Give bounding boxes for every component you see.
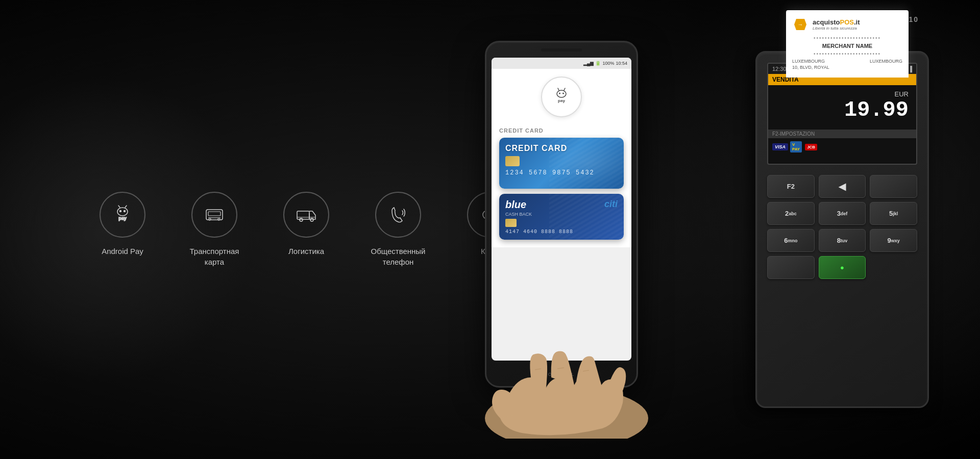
svg-point-0: [117, 208, 128, 216]
pos-amount-area: EUR 19.99: [768, 85, 916, 128]
android-pay-icon: pay: [111, 203, 134, 226]
features-section: pay Android Pay Транспортная карта: [92, 192, 521, 267]
svg-line-26: [564, 88, 565, 90]
transport-icon: [203, 203, 226, 226]
hand-holding-phone: [459, 275, 674, 439]
pos-key-2[interactable]: 2abc: [767, 202, 815, 225]
receipt-address: LUXEMBOURG LUXEMBOURG: [792, 59, 902, 64]
svg-text:→: →: [798, 21, 803, 28]
card2-chip: [505, 219, 517, 227]
svg-text:pay: pay: [558, 98, 565, 103]
pos-time: 12:30: [772, 66, 787, 72]
pos-key-9[interactable]: 9wxy: [870, 229, 917, 252]
vpay-logo: VPAY: [790, 141, 802, 152]
card2-bank: citi: [604, 199, 618, 210]
android-pay-section: pay: [499, 76, 624, 117]
credit-card-section-label: CREDIT CARD: [499, 128, 624, 134]
pos-amount: 19.99: [776, 98, 909, 122]
phone-top-notch: [541, 48, 582, 52]
svg-line-4: [125, 206, 127, 208]
pos-key-f2[interactable]: F2: [767, 175, 815, 198]
phone-icon-circle: [375, 192, 421, 238]
pos-currency: EUR: [776, 90, 909, 98]
hand-svg: [459, 275, 674, 439]
acquisto-logo-icon: →: [792, 18, 808, 31]
svg-rect-6: [206, 210, 223, 220]
battery-icon: 🔋: [595, 61, 601, 66]
svg-line-3: [118, 206, 120, 208]
transport-icon-circle: [191, 192, 237, 238]
receipt-dots-1: ••••••••••••••••••••••••: [792, 35, 902, 41]
svg-point-13: [310, 218, 313, 221]
feature-public-phone[interactable]: Общественный телефон: [368, 192, 429, 267]
pos-key-5[interactable]: 5jkl: [870, 202, 917, 225]
receipt-tagline: Libertà in tutta sicurezza: [813, 26, 860, 31]
feature-logistics[interactable]: Логистика: [276, 192, 337, 257]
svg-line-25: [558, 88, 559, 90]
jcb-logo: JCB: [805, 144, 817, 150]
pos-card-logos: VISA VPAY JCB: [768, 138, 916, 156]
transport-label: Транспортная карта: [184, 246, 245, 267]
phone-status-bar: ▂▄▆ 🔋 100% 10:54: [492, 58, 631, 69]
clock-display: 10:54: [616, 61, 627, 66]
pos-key-3[interactable]: 3def: [819, 202, 866, 225]
svg-rect-11: [297, 211, 309, 219]
logistics-icon-circle: [283, 192, 329, 238]
credit-card-1[interactable]: CREDIT CARD 1234 5678 9875 5432: [499, 138, 624, 189]
card1-chip: [505, 156, 520, 166]
receipt-brand-name: acquistoPOS.it: [813, 18, 860, 26]
receipt-paper: → acquistoPOS.it Libertà in tutta sicure…: [786, 10, 909, 78]
feature-android-pay[interactable]: pay Android Pay: [92, 192, 153, 257]
pos-key-6[interactable]: 6mno: [767, 229, 815, 252]
phone-icon: [387, 203, 409, 226]
android-pay-icon-circle: pay: [100, 192, 145, 238]
pos-function-bar: F2-IMPOSTAZION: [768, 130, 916, 138]
svg-text:pay: pay: [118, 216, 127, 221]
receipt-merchant-name: MERCHANT NAME: [792, 43, 902, 49]
svg-point-2: [124, 211, 126, 212]
card-stripes: [549, 138, 624, 189]
signal-bars-icon: ▂▄▆: [583, 61, 594, 66]
receipt-logo: → acquistoPOS.it Libertà in tutta sicure…: [792, 18, 902, 31]
status-icons: ▂▄▆ 🔋 100% 10:54: [583, 61, 627, 66]
pos-key-empty1[interactable]: [870, 175, 917, 198]
receipt-city-left: LUXEMBOURG: [792, 59, 825, 64]
public-phone-label: Общественный телефон: [368, 246, 429, 267]
feature-transport-card[interactable]: Транспортная карта: [184, 192, 245, 267]
device-container: → acquistoPOS.it Libertà in tutta sicure…: [470, 10, 929, 449]
pos-body: 12:30 ▐▐▐ VENDITA EUR 19.99 F2-IMPOSTAZI…: [755, 51, 929, 408]
pos-key-back[interactable]: ◀: [819, 175, 866, 198]
logistics-icon: [295, 203, 317, 226]
svg-rect-7: [208, 212, 220, 216]
pos-key-8[interactable]: 8tuv: [819, 229, 866, 252]
svg-point-24: [562, 93, 564, 94]
pos-screen: 12:30 ▐▐▐ VENDITA EUR 19.99 F2-IMPOSTAZI…: [767, 63, 917, 165]
phone-app-content: pay CREDIT CARD CREDIT CARD 1234 5678 98…: [492, 69, 631, 247]
credit-card-2[interactable]: blue citi CASH BACK 4147 4640 8888 8888: [499, 194, 624, 240]
svg-point-22: [557, 90, 566, 97]
receipt-dots-2: ••••••••••••••••••••••••: [792, 51, 902, 57]
android-pay-button[interactable]: pay: [541, 76, 582, 117]
battery-percent: 100%: [602, 61, 614, 66]
svg-point-1: [120, 211, 121, 212]
pos-key-empty2[interactable]: [767, 256, 815, 279]
smartphone: ▂▄▆ 🔋 100% 10:54: [470, 41, 674, 439]
visa-logo: VISA: [772, 143, 788, 150]
svg-point-12: [300, 218, 303, 221]
pos-keypad: F2 ◀ 2abc 3def 5jkl 6mno 8tuv 9wxy ●: [765, 175, 920, 279]
svg-point-23: [559, 93, 560, 94]
receipt-city-right: LUXEMBOURG: [870, 59, 902, 64]
pos-key-confirm[interactable]: ●: [819, 256, 866, 279]
android-pay-app-icon: pay: [551, 87, 572, 107]
android-pay-label: Android Pay: [102, 246, 143, 257]
receipt-street: 10, BLVD, ROYAL: [792, 65, 902, 70]
logistics-label: Логистика: [288, 246, 324, 257]
